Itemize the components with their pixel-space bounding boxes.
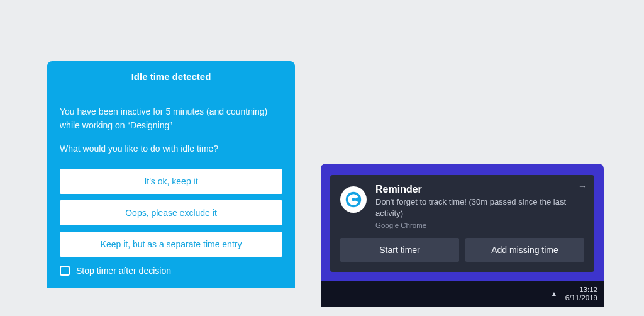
- exclude-it-button[interactable]: Oops, please exclude it: [60, 200, 282, 225]
- dismiss-arrow-icon[interactable]: →: [578, 181, 587, 191]
- toast-source: Google Chrome: [375, 222, 574, 229]
- start-timer-button[interactable]: Start timer: [340, 238, 459, 262]
- toast-title: Reminder: [375, 184, 574, 195]
- add-missing-time-button[interactable]: Add missing time: [465, 238, 584, 262]
- clockify-icon: [340, 186, 367, 213]
- stop-timer-checkbox-row: Stop timer after decision: [60, 263, 282, 276]
- stop-timer-checkbox-label: Stop timer after decision: [76, 266, 171, 276]
- taskbar-time: 13:12: [565, 286, 597, 295]
- taskbar-date: 6/11/2019: [565, 294, 597, 303]
- idle-dialog-title: Idle time detected: [47, 61, 295, 91]
- idle-inactive-message: You have been inactive for 5 minutes (an…: [60, 105, 282, 132]
- tray-chevron-up-icon[interactable]: ▲: [550, 290, 558, 298]
- windows-taskbar: ▲ 13:12 6/11/2019: [321, 281, 604, 307]
- keep-it-button[interactable]: It's ok, keep it: [60, 169, 282, 194]
- stop-timer-checkbox[interactable]: [60, 266, 70, 276]
- toast-body: Don't forget to track time! (30m passed …: [375, 196, 574, 219]
- svg-point-2: [352, 198, 355, 201]
- reminder-toast: → Reminder Don't forget to track time! (…: [330, 175, 594, 272]
- idle-dialog-body: You have been inactive for 5 minutes (an…: [47, 91, 295, 276]
- taskbar-clock[interactable]: 13:12 6/11/2019: [565, 286, 597, 303]
- idle-question: What would you like to do with idle time…: [60, 144, 282, 154]
- idle-time-dialog: Idle time detected You have been inactiv…: [47, 61, 295, 288]
- separate-entry-button[interactable]: Keep it, but as a separate time entry: [60, 232, 282, 257]
- reminder-panel: → Reminder Don't forget to track time! (…: [321, 164, 604, 307]
